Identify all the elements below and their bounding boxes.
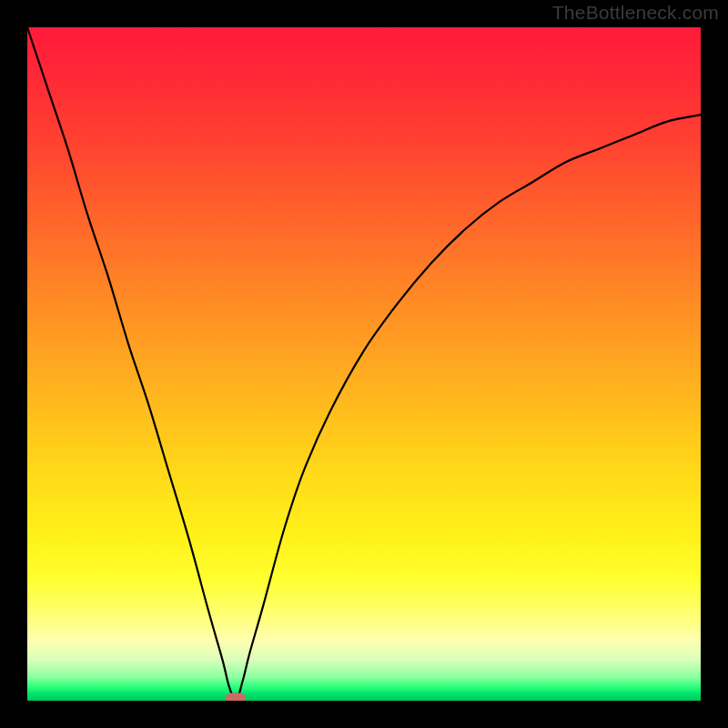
chart-frame: TheBottleneck.com bbox=[0, 0, 728, 728]
attribution-watermark: TheBottleneck.com bbox=[552, 2, 719, 24]
bottleneck-curve bbox=[27, 27, 701, 701]
curve-path bbox=[27, 27, 701, 701]
optimum-marker bbox=[226, 693, 246, 702]
plot-area bbox=[27, 27, 701, 701]
